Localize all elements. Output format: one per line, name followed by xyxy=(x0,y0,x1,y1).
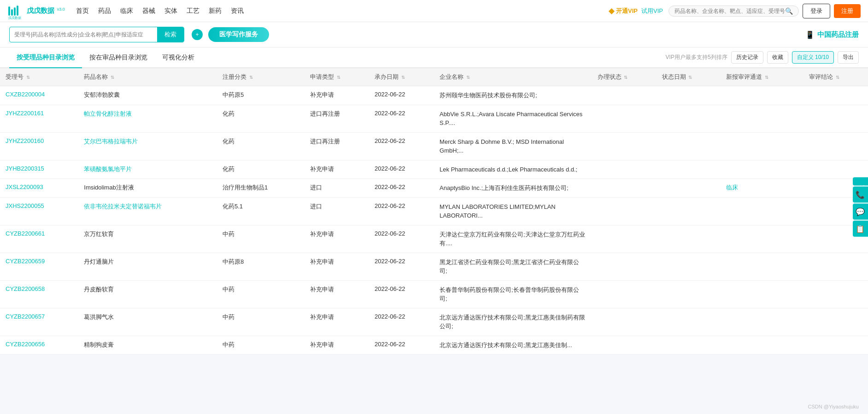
cell-name[interactable]: 艾尔巴韦格拉瑞韦片 xyxy=(78,132,217,160)
nav-device[interactable]: 器械 xyxy=(142,5,155,17)
cell-date: 2022-06-22 xyxy=(369,105,434,132)
cell-company: AnaptysBio Inc.;上海百利佳生医药科技有限公司; xyxy=(434,179,592,198)
col-conclusion[interactable]: 审评结论 ⇅ xyxy=(803,68,868,86)
cell-name[interactable]: 帕立骨化醇注射液 xyxy=(78,105,217,132)
cell-id[interactable]: JYHB2200315 xyxy=(0,160,78,179)
cell-name[interactable]: 依非韦伦拉米夫定替诺福韦片 xyxy=(78,197,217,225)
cell-date: 2022-06-22 xyxy=(369,132,434,160)
cell-status xyxy=(592,336,657,355)
col-apptype[interactable]: 申请类型 ⇅ xyxy=(305,68,369,86)
cell-conclusion xyxy=(803,132,868,160)
search-extra-button[interactable]: + xyxy=(192,29,203,40)
cell-id[interactable]: JXHS2200055 xyxy=(0,197,78,225)
cell-regclass: 化药 xyxy=(217,105,305,132)
cell-name[interactable]: 苯磺酸氨氯地平片 xyxy=(78,160,217,179)
cell-company: 黑龙江省济仁药业有限公司;黑龙江省济仁药业有限公司; xyxy=(434,253,592,280)
sort-icon-conclusion: ⇅ xyxy=(836,75,839,80)
cell-company: MYLAN LABORATORIES LIMITED;MYLAN LABORAT… xyxy=(434,197,592,225)
cell-channel xyxy=(721,225,803,253)
cell-apptype: 补充申请 xyxy=(305,160,369,179)
nav-home[interactable]: 首页 xyxy=(76,5,89,17)
nav-entity[interactable]: 实体 xyxy=(164,5,177,17)
cell-regclass: 化药5.1 xyxy=(217,197,305,225)
cell-id[interactable]: CYZB2200658 xyxy=(0,280,78,308)
logo[interactable]: 戊戊数据 戊戊数据 v3.0 xyxy=(7,3,65,19)
cell-name: 丹灯通脑片 xyxy=(78,253,217,280)
nav-clinical[interactable]: 临床 xyxy=(120,5,133,17)
phone-icon: 📱 xyxy=(805,30,815,39)
cell-name: 丹皮酚软育 xyxy=(78,280,217,308)
float-btn-message[interactable]: 💬 xyxy=(853,204,868,220)
cell-status xyxy=(592,280,657,308)
register-button[interactable]: 注册 xyxy=(834,4,861,18)
table-row: JYHZ2200161帕立骨化醇注射液化药进口再注册2022-06-22AbbV… xyxy=(0,105,868,132)
sort-icon-id: ⇅ xyxy=(26,75,30,80)
cell-id[interactable]: JYHZ2200160 xyxy=(0,132,78,160)
cell-status-date xyxy=(657,336,721,355)
cell-status xyxy=(592,105,657,132)
top-search-icon[interactable]: 🔍 xyxy=(785,7,793,15)
cell-status-date xyxy=(657,197,721,225)
top-search-input[interactable] xyxy=(674,8,785,14)
col-regclass[interactable]: 注册分类 ⇅ xyxy=(217,68,305,86)
medical-writing-button[interactable]: 医学写作服务 xyxy=(208,27,269,42)
cell-id[interactable]: CXZB2200004 xyxy=(0,86,78,105)
col-statusdate[interactable]: 状态日期 ⇅ xyxy=(657,68,721,86)
nav-info[interactable]: 资讯 xyxy=(231,5,244,17)
table-row: CYZB2200658丹皮酚软育中药补充申请2022-06-22长春普华制药股份… xyxy=(0,280,868,308)
cell-conclusion xyxy=(803,336,868,355)
login-button[interactable]: 登录 xyxy=(803,4,830,18)
custom-button[interactable]: 自定义 10/10 xyxy=(792,51,834,64)
cell-channel xyxy=(721,86,803,105)
float-btn-feedback[interactable]: 📋 xyxy=(853,221,868,237)
cell-status xyxy=(592,225,657,253)
cell-id[interactable]: CYZB2200657 xyxy=(0,308,78,336)
nav-drug[interactable]: 药品 xyxy=(98,5,111,17)
search-button[interactable]: 检索 xyxy=(157,27,184,42)
nav-process[interactable]: 工艺 xyxy=(187,5,199,17)
cell-channel xyxy=(721,197,803,225)
col-status[interactable]: 办理状态 ⇅ xyxy=(592,68,657,86)
cell-date: 2022-06-22 xyxy=(369,225,434,253)
cell-id[interactable]: JYHZ2200161 xyxy=(0,105,78,132)
cell-conclusion xyxy=(803,280,868,308)
svg-text:戊戊数据: 戊戊数据 xyxy=(8,16,21,19)
cell-id[interactable]: CYZB2200656 xyxy=(0,336,78,355)
vip-button[interactable]: ◆ 开通VIP xyxy=(609,6,638,15)
table-row: JXSL2200093Imsidolimab注射液治疗用生物制品1进口2022-… xyxy=(0,179,868,198)
export-button[interactable]: 导出 xyxy=(838,51,859,64)
float-btn-trial[interactable]: 试审 xyxy=(853,177,868,186)
cell-apptype: 补充申请 xyxy=(305,280,369,308)
cell-id[interactable]: JXSL2200093 xyxy=(0,179,78,198)
cell-id[interactable]: CYZB2200659 xyxy=(0,253,78,280)
tab-by-received[interactable]: 按受理品种目录浏览 xyxy=(9,48,82,68)
col-name[interactable]: 药品名称 ⇅ xyxy=(78,68,217,86)
collect-button[interactable]: 收藏 xyxy=(767,51,788,64)
trial-vip-button[interactable]: 试用VIP xyxy=(641,7,663,15)
vip-hint: VIP用户最多支持5列排序 xyxy=(666,53,727,61)
table-row: CYZB2200659丹灯通脑片中药原8补充申请2022-06-22黑龙江省济仁… xyxy=(0,253,868,280)
cell-date: 2022-06-22 xyxy=(369,336,434,355)
tab-by-review[interactable]: 按在审品种目录浏览 xyxy=(82,48,155,68)
sort-icon-regclass: ⇅ xyxy=(249,75,253,80)
cell-date: 2022-06-22 xyxy=(369,197,434,225)
cell-status xyxy=(592,179,657,198)
col-company[interactable]: 企业名称 ⇅ xyxy=(434,68,592,86)
cell-id[interactable]: CYZB2200661 xyxy=(0,225,78,253)
cell-status-date xyxy=(657,179,721,198)
sort-icon-date: ⇅ xyxy=(401,75,405,80)
float-btn-phone[interactable]: 📞 xyxy=(853,187,868,203)
col-date[interactable]: 承办日期 ⇅ xyxy=(369,68,434,86)
tabs-bar: 按受理品种目录浏览 按在审品种目录浏览 可视化分析 VIP用户最多支持5列排序 … xyxy=(0,47,868,68)
logo-version: v3.0 xyxy=(57,7,65,12)
top-search-box[interactable]: 🔍 xyxy=(669,6,799,17)
table-row: JYHB2200315苯磺酸氨氯地平片化药补充申请2022-06-22Lek P… xyxy=(0,160,868,179)
cell-status xyxy=(592,132,657,160)
col-id[interactable]: 受理号 ⇅ xyxy=(0,68,78,86)
sort-icon-apptype: ⇅ xyxy=(337,75,340,80)
search-input[interactable] xyxy=(10,29,157,41)
nav-newdrug[interactable]: 新药 xyxy=(209,5,222,17)
history-button[interactable]: 历史记录 xyxy=(731,51,763,64)
col-channel[interactable]: 新报审评通道 ⇅ xyxy=(721,68,803,86)
tab-visual[interactable]: 可视化分析 xyxy=(155,48,202,68)
